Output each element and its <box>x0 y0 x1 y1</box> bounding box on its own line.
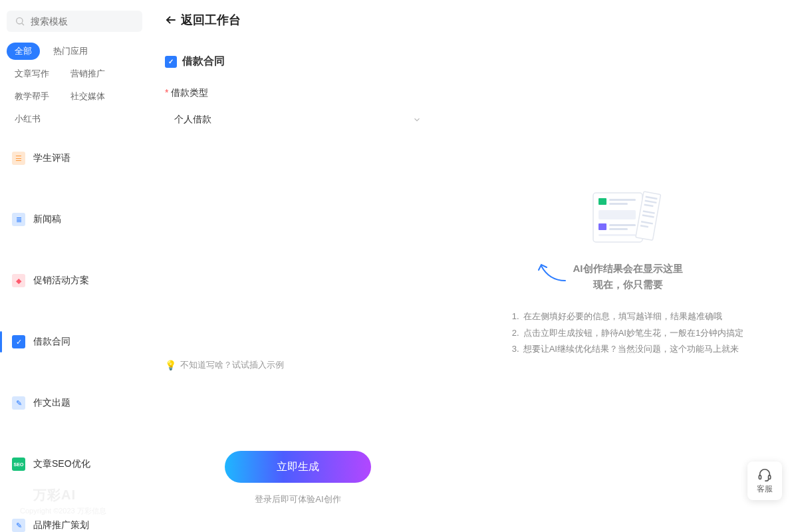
select-value: 个人借款 <box>174 114 211 126</box>
nav-item-seo[interactable]: SEO 文章SEO优化 <box>7 450 142 479</box>
headline-2: 现在，你只需要 <box>573 277 683 293</box>
form-column: ✓ 借款合同 *借款类型 个人借款 💡 不知道写啥？试试插入示例 立即生成 登录… <box>165 55 431 532</box>
svg-rect-5 <box>609 199 636 201</box>
nav-list: ☰ 学生评语 ≣ 新闻稿 ◆ 促销活动方案 ✓ 借款合同 ✎ 作文出题 SEO … <box>7 144 142 532</box>
promo-icon: ◆ <box>12 274 25 287</box>
news-icon: ≣ <box>12 213 25 226</box>
nav-item-promo[interactable]: ◆ 促销活动方案 <box>7 266 142 295</box>
svg-point-0 <box>17 18 23 24</box>
svg-rect-21 <box>769 475 771 479</box>
helper-text: 不知道写啥？试试插入示例 <box>180 359 284 371</box>
nav-label: 品牌推广策划 <box>33 519 89 531</box>
brand-icon: ✎ <box>12 519 25 532</box>
svg-rect-10 <box>609 228 628 230</box>
svg-rect-4 <box>598 198 606 205</box>
loan-type-select[interactable]: 个人借款 <box>165 107 431 132</box>
svg-rect-9 <box>609 224 636 226</box>
step-item: 2.点击立即生成按钮，静待AI妙笔生花，一般在1分钟内搞定 <box>512 325 743 342</box>
nav-item-news[interactable]: ≣ 新闻稿 <box>7 205 142 234</box>
nav-label: 学生评语 <box>33 152 70 164</box>
field-label-text: 借款类型 <box>171 87 208 98</box>
nav-label: 作文出题 <box>33 397 70 409</box>
svg-rect-6 <box>609 203 628 205</box>
headline-1: AI创作结果会在显示这里 <box>573 261 683 277</box>
search-box[interactable] <box>7 11 142 32</box>
back-label: 返回工作台 <box>181 12 241 28</box>
tag-marketing[interactable]: 营销推广 <box>63 65 113 82</box>
tag-hot[interactable]: 热门应用 <box>45 43 96 60</box>
nav-label: 借款合同 <box>33 336 70 348</box>
result-column: AI创作结果会在显示这里 现在，你只需要 1.在左侧填好必要的信息，填写越详细，… <box>458 55 798 532</box>
svg-rect-11 <box>598 234 636 236</box>
login-hint: 登录后即可体验AI创作 <box>165 493 431 505</box>
generate-button[interactable]: 立即生成 <box>225 451 371 483</box>
tag-social[interactable]: 社交媒体 <box>63 88 113 105</box>
copyright: Copyright ©2023 万彩信息 <box>20 506 106 516</box>
helper-hint[interactable]: 💡 不知道写啥？试试插入示例 <box>165 359 431 371</box>
student-icon: ☰ <box>12 152 25 165</box>
curved-arrow-icon <box>536 262 568 283</box>
tag-writing[interactable]: 文章写作 <box>7 65 57 82</box>
search-input[interactable] <box>31 16 134 27</box>
form-title-icon: ✓ <box>165 56 177 68</box>
lightbulb-icon: 💡 <box>165 360 176 370</box>
cs-label: 客服 <box>757 483 773 495</box>
main: 返回工作台 ✓ 借款合同 *借款类型 个人借款 💡 不知道写啥？试试插入示例 <box>149 0 798 532</box>
form-title: ✓ 借款合同 <box>165 55 431 68</box>
nav-item-loan[interactable]: ✓ 借款合同 <box>7 327 142 356</box>
required-mark: * <box>165 87 168 98</box>
tag-teaching[interactable]: 教学帮手 <box>7 88 57 105</box>
headset-icon <box>757 467 772 482</box>
form-title-text: 借款合同 <box>182 55 225 68</box>
loan-icon: ✓ <box>12 335 25 348</box>
tag-all[interactable]: 全部 <box>7 43 40 60</box>
back-link[interactable]: 返回工作台 <box>165 12 798 28</box>
nav-label: 文章SEO优化 <box>33 458 90 470</box>
svg-rect-8 <box>598 223 606 230</box>
step-item: 3.想要让AI继续优化结果？当然没问题，这个功能马上就来 <box>512 341 743 358</box>
customer-service-button[interactable]: 客服 <box>747 462 782 500</box>
result-headline: AI创作结果会在显示这里 现在，你只需要 <box>573 261 683 293</box>
seo-icon: SEO <box>12 458 25 471</box>
nav-label: 新闻稿 <box>33 213 61 225</box>
tag-xhs[interactable]: 小红书 <box>7 110 49 128</box>
nav-item-student-comment[interactable]: ☰ 学生评语 <box>7 144 142 173</box>
nav-label: 促销活动方案 <box>33 275 89 287</box>
tag-list: 全部 热门应用 文章写作 营销推广 教学帮手 社交媒体 小红书 <box>7 43 142 128</box>
document-illustration-icon <box>588 188 668 247</box>
watermark: 万彩AI <box>33 486 76 504</box>
step-item: 1.在左侧填好必要的信息，填写越详细，结果越准确哦 <box>512 309 743 325</box>
essay-icon: ✎ <box>12 396 25 410</box>
search-icon <box>15 16 25 27</box>
svg-rect-20 <box>759 475 761 479</box>
svg-rect-7 <box>598 210 636 219</box>
sidebar: 全部 热门应用 文章写作 营销推广 教学帮手 社交媒体 小红书 ☰ 学生评语 ≣… <box>0 0 149 532</box>
arrow-left-icon <box>165 14 177 26</box>
svg-line-1 <box>22 23 24 25</box>
steps-list: 1.在左侧填好必要的信息，填写越详细，结果越准确哦 2.点击立即生成按钮，静待A… <box>512 309 743 358</box>
field-label: *借款类型 <box>165 87 431 99</box>
nav-item-essay[interactable]: ✎ 作文出题 <box>7 388 142 418</box>
generate-area: 立即生成 登录后即可体验AI创作 <box>165 451 431 532</box>
chevron-down-icon <box>412 115 422 124</box>
